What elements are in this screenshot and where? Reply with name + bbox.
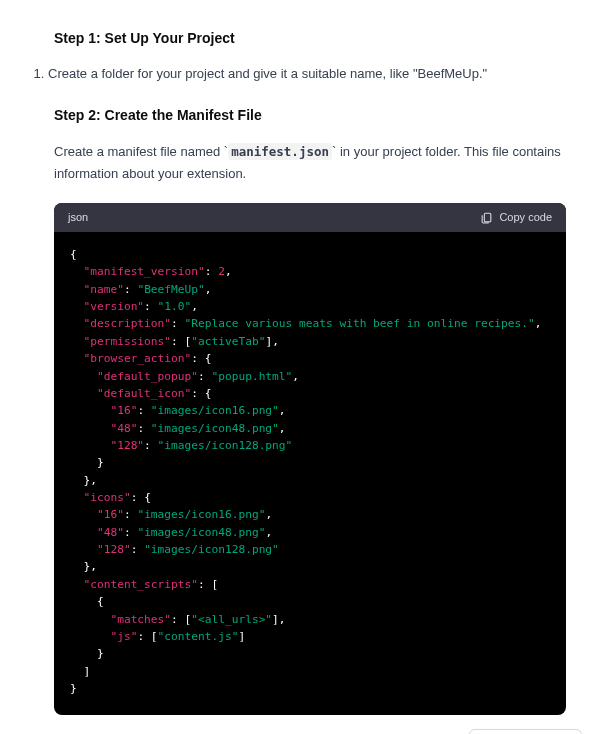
regenerate-button[interactable]: Regenerate — [469, 729, 582, 734]
code-content: { "manifest_version": 2, "name": "BeefMe… — [54, 232, 566, 715]
step2-text-pre: Create a manifest file named — [54, 144, 224, 159]
step1-list: Create a folder for your project and giv… — [12, 64, 586, 85]
manifest-filename-code: manifest.json — [228, 143, 332, 160]
copy-code-label: Copy code — [499, 211, 552, 223]
step1-heading: Step 1: Set Up Your Project — [54, 30, 586, 46]
clipboard-icon — [480, 211, 493, 224]
code-block: json Copy code { "manifest_version": 2, … — [54, 203, 566, 715]
code-header: json Copy code — [54, 203, 566, 232]
svg-rect-0 — [485, 213, 492, 222]
step2-heading: Step 2: Create the Manifest File — [54, 107, 586, 123]
copy-code-button[interactable]: Copy code — [480, 211, 552, 224]
step1-item: Create a folder for your project and giv… — [48, 64, 586, 85]
code-lang-label: json — [68, 211, 88, 223]
step2-paragraph: Create a manifest file named `manifest.j… — [54, 141, 566, 185]
